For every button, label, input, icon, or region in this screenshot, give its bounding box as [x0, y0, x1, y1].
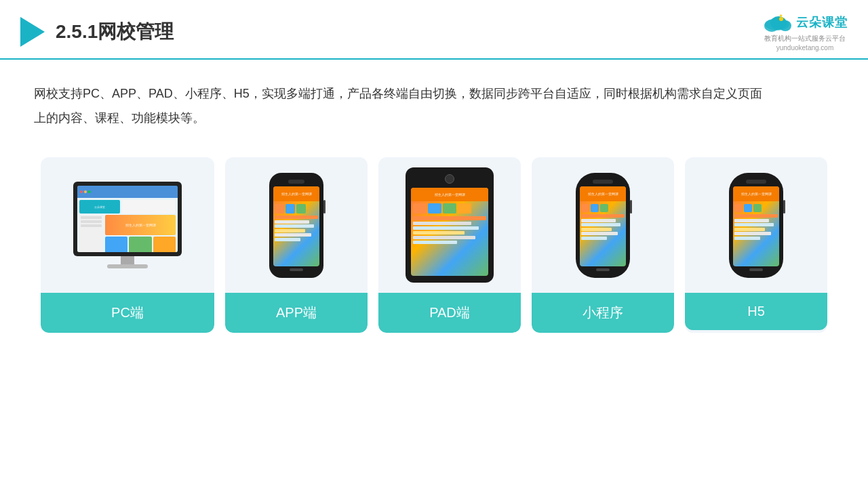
- card-mini-label: 小程序: [532, 293, 674, 333]
- description-text: 网校支持PC、APP、PAD、小程序、H5，实现多端打通，产品各终端自由切换，数…: [34, 87, 762, 125]
- logo-cloud: 云朵课堂: [762, 12, 848, 33]
- cloud-icon: [762, 12, 792, 33]
- card-pc-image: 云朵课堂 招生人的第一堂网课: [41, 157, 214, 293]
- card-pad-image: 招生人的第一堂网课: [378, 157, 521, 293]
- card-app: 招生人的第一堂网课: [225, 157, 368, 333]
- pc-monitor: 云朵课堂 招生人的第一堂网课: [73, 182, 182, 268]
- header-left: 2.5.1网校管理: [20, 17, 174, 47]
- card-mini: 招生人的第一堂网课: [532, 157, 674, 333]
- card-pad-label: PAD端: [378, 293, 521, 333]
- play-icon: [20, 17, 45, 47]
- svg-point-3: [765, 18, 789, 30]
- card-app-image: 招生人的第一堂网课: [225, 157, 368, 293]
- card-pad: 招生人的第一堂网课: [378, 157, 521, 333]
- card-mini-image: 招生人的第一堂网课: [532, 157, 674, 293]
- logo-area: 云朵课堂 教育机构一站式服务云平台 yunduoketang.com: [762, 12, 848, 52]
- logo-tagline: 教育机构一站式服务云平台: [764, 34, 846, 43]
- header: 2.5.1网校管理 云朵课堂 教育机构一站式服务云平台 yunduoketang…: [0, 0, 868, 60]
- phone-frame-app: 招生人的第一堂网课: [269, 173, 323, 278]
- card-h5-image: 招生人的第一堂网课: [685, 157, 827, 293]
- svg-point-4: [779, 17, 783, 21]
- card-h5: 招生人的第一堂网课: [685, 157, 827, 333]
- card-h5-label: H5: [685, 293, 827, 330]
- card-pc: 云朵课堂 招生人的第一堂网课: [41, 157, 214, 333]
- cards-container: 云朵课堂 招生人的第一堂网课: [0, 144, 868, 346]
- description: 网校支持PC、APP、PAD、小程序、H5，实现多端打通，产品各终端自由切换，数…: [0, 60, 800, 144]
- logo-name: 云朵课堂: [796, 14, 848, 30]
- tablet-frame: 招生人的第一堂网课: [406, 167, 494, 283]
- card-pc-label: PC端: [41, 293, 214, 333]
- card-app-label: APP端: [225, 293, 368, 333]
- logo-url: yunduoketang.com: [776, 44, 834, 52]
- page-title: 2.5.1网校管理: [56, 19, 174, 45]
- phone-frame-mini: 招生人的第一堂网课: [576, 173, 630, 278]
- phone-frame-h5: 招生人的第一堂网课: [729, 173, 783, 278]
